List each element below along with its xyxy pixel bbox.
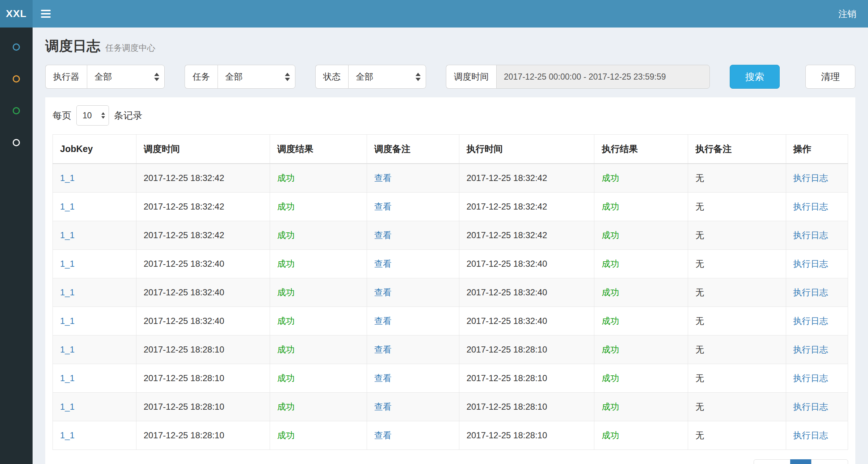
jobkey-link[interactable]: 1_1 [60, 373, 75, 383]
handle-result-text: 成功 [602, 287, 619, 297]
trigger-msg-link[interactable]: 查看 [374, 345, 392, 354]
table-row: 1_1 2017-12-25 18:32:40 成功 查看 2017-12-25… [53, 278, 848, 307]
select-arrows-icon [101, 112, 105, 119]
handle-result-text: 成功 [602, 259, 619, 269]
status-filter: 状态 全部 [315, 65, 426, 89]
trigger-msg-link[interactable]: 查看 [374, 373, 392, 383]
table-row: 1_1 2017-12-25 18:28:10 成功 查看 2017-12-25… [53, 364, 848, 393]
table-row: 1_1 2017-12-25 18:32:42 成功 查看 2017-12-25… [53, 164, 848, 193]
trigger-time-text: 2017-12-25 18:32:40 [144, 259, 224, 269]
trigger-msg-link[interactable]: 查看 [374, 287, 392, 297]
trigger-result-text: 成功 [277, 173, 295, 183]
jobkey-link[interactable]: 1_1 [60, 345, 75, 354]
select-arrows-icon [416, 73, 421, 81]
top-navbar: XXL 注销 [0, 0, 868, 28]
time-range-input[interactable]: 2017-12-25 00:00:00 - 2017-12-25 23:59:5… [496, 65, 710, 89]
jobkey-link[interactable]: 1_1 [60, 202, 75, 211]
jobkey-link[interactable]: 1_1 [60, 430, 75, 440]
select-arrows-icon [154, 73, 159, 81]
handle-result-text: 成功 [602, 373, 619, 383]
execution-log-link[interactable]: 执行日志 [793, 345, 828, 354]
col-header-trigger-result: 调度结果 [270, 135, 367, 164]
jobkey-link[interactable]: 1_1 [60, 316, 75, 326]
execution-log-link[interactable]: 执行日志 [793, 373, 828, 383]
trigger-msg-link[interactable]: 查看 [374, 402, 392, 412]
circle-icon [13, 107, 20, 114]
trigger-time-text: 2017-12-25 18:32:42 [144, 173, 224, 183]
page-size-value: 10 [83, 111, 92, 121]
sidebar-item-1[interactable] [0, 31, 33, 63]
jobkey-link[interactable]: 1_1 [60, 402, 75, 412]
execution-log-link[interactable]: 执行日志 [793, 230, 828, 240]
trigger-result-text: 成功 [277, 373, 295, 383]
pagination-page-1[interactable]: 1 [791, 459, 812, 464]
clear-button[interactable]: 清理 [805, 65, 855, 89]
job-select[interactable]: 全部 [218, 65, 295, 89]
trigger-msg-link[interactable]: 查看 [374, 202, 392, 211]
trigger-time-text: 2017-12-25 18:28:10 [144, 373, 224, 383]
trigger-result-text: 成功 [277, 402, 295, 412]
execution-log-link[interactable]: 执行日志 [793, 173, 828, 183]
handle-time-text: 2017-12-25 18:32:42 [467, 202, 547, 211]
status-select[interactable]: 全部 [348, 65, 426, 89]
table-row: 1_1 2017-12-25 18:32:40 成功 查看 2017-12-25… [53, 250, 848, 278]
jobkey-link[interactable]: 1_1 [60, 230, 75, 240]
handle-time-text: 2017-12-25 18:32:40 [467, 287, 547, 297]
pagination-prev[interactable]: 上页 [754, 459, 791, 464]
execution-log-link[interactable]: 执行日志 [793, 316, 828, 326]
handle-msg-text: 无 [695, 259, 704, 269]
execution-log-link[interactable]: 执行日志 [793, 259, 828, 269]
logout-link[interactable]: 注销 [827, 0, 868, 28]
select-arrows-icon [285, 73, 290, 81]
execution-log-link[interactable]: 执行日志 [793, 430, 828, 440]
jobkey-link[interactable]: 1_1 [60, 259, 75, 269]
trigger-result-text: 成功 [277, 259, 295, 269]
page-size-suffix: 条记录 [114, 109, 142, 122]
status-select-value: 全部 [356, 71, 373, 83]
trigger-time-text: 2017-12-25 18:32:40 [144, 287, 224, 297]
handle-time-text: 2017-12-25 18:28:10 [467, 345, 547, 354]
trigger-msg-link[interactable]: 查看 [374, 173, 392, 183]
jobkey-link[interactable]: 1_1 [60, 287, 75, 297]
table-row: 1_1 2017-12-25 18:32:42 成功 查看 2017-12-25… [53, 193, 848, 221]
trigger-time-text: 2017-12-25 18:28:10 [144, 402, 224, 412]
table-row: 1_1 2017-12-25 18:28:10 成功 查看 2017-12-25… [53, 336, 848, 364]
handle-time-text: 2017-12-25 18:28:10 [467, 402, 547, 412]
col-header-handle-msg: 执行备注 [688, 135, 786, 164]
sidebar-toggle-button[interactable] [33, 0, 59, 28]
trigger-msg-link[interactable]: 查看 [374, 316, 392, 326]
search-button[interactable]: 搜索 [730, 65, 780, 89]
handle-msg-text: 无 [695, 402, 704, 412]
execution-log-link[interactable]: 执行日志 [793, 202, 828, 211]
sidebar-item-2[interactable] [0, 63, 33, 95]
handle-result-text: 成功 [602, 202, 619, 211]
col-header-handle-time: 执行时间 [459, 135, 594, 164]
table-footer: 第 1 页 ( 总共 1 页，10 条记录 ) 上页 1 下页 [52, 459, 848, 464]
sidebar [0, 28, 33, 464]
handle-result-text: 成功 [602, 316, 619, 326]
col-header-trigger-time: 调度时间 [136, 135, 270, 164]
trigger-msg-link[interactable]: 查看 [374, 259, 392, 269]
execution-log-link[interactable]: 执行日志 [793, 287, 828, 297]
hamburger-icon [41, 10, 51, 11]
logo[interactable]: XXL [0, 0, 33, 28]
col-header-handle-result: 执行结果 [594, 135, 688, 164]
pagination-next[interactable]: 下页 [812, 459, 848, 464]
sidebar-item-3[interactable] [0, 95, 33, 127]
page-size-select[interactable]: 10 [76, 105, 109, 126]
job-select-value: 全部 [225, 71, 243, 83]
trigger-msg-link[interactable]: 查看 [374, 430, 392, 440]
handle-time-text: 2017-12-25 18:28:10 [467, 373, 547, 383]
executor-select[interactable]: 全部 [87, 65, 165, 89]
execution-log-link[interactable]: 执行日志 [793, 402, 828, 412]
col-header-trigger-msg: 调度备注 [367, 135, 459, 164]
page-size-prefix: 每页 [52, 109, 71, 122]
jobkey-link[interactable]: 1_1 [60, 173, 75, 183]
trigger-result-text: 成功 [277, 287, 295, 297]
trigger-result-text: 成功 [277, 430, 295, 440]
sidebar-item-4[interactable] [0, 127, 33, 159]
handle-msg-text: 无 [695, 316, 704, 326]
main-content: 调度日志任务调度中心 执行器 全部 任务 全部 状态 全部 [33, 28, 868, 464]
trigger-msg-link[interactable]: 查看 [374, 230, 392, 240]
handle-result-text: 成功 [602, 345, 619, 354]
